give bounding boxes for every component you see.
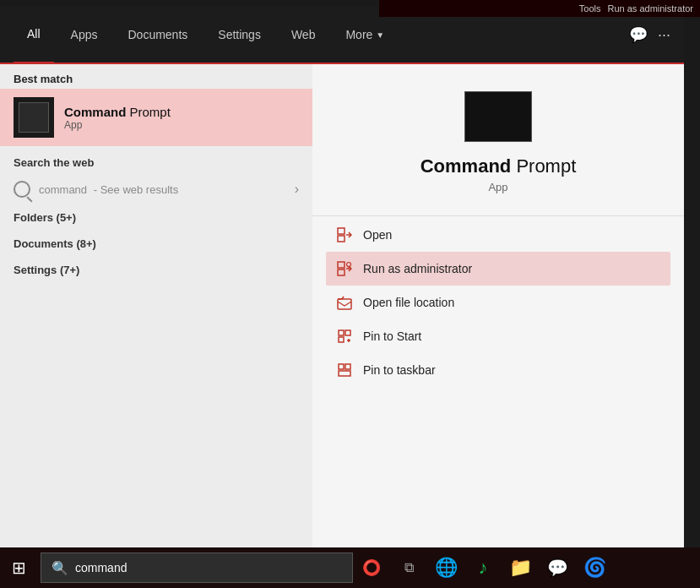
cortana-button[interactable]: ⭕ (353, 549, 390, 586)
task-view-button[interactable]: ⧉ (390, 549, 427, 586)
search-web-label: Search the web (0, 153, 312, 174)
app-preview-title: Command Prompt (421, 155, 577, 177)
top-bar-admin: Run as administrator (608, 3, 694, 14)
tab-settings[interactable]: Settings (204, 6, 274, 63)
left-panel: Best match Command Prompt App Search the… (0, 64, 312, 547)
chevron-right-icon: › (295, 182, 299, 197)
svg-rect-4 (338, 270, 345, 275)
svg-rect-3 (338, 262, 345, 268)
main-content: Best match Command Prompt App Search the… (0, 64, 684, 547)
svg-rect-18 (339, 371, 350, 376)
best-match-item[interactable]: Command Prompt App (0, 89, 312, 146)
app-preview-icon (464, 91, 532, 142)
taskbar-discord-icon[interactable]: 💬 (539, 549, 576, 586)
run-as-admin-label: Run as administrator (363, 262, 472, 275)
pin-to-taskbar-label: Pin to taskbar (363, 363, 436, 377)
folders-section[interactable]: Folders (5+) (0, 204, 312, 231)
svg-rect-17 (345, 364, 350, 369)
svg-rect-0 (338, 228, 345, 234)
taskbar-chrome-icon[interactable]: 🌐 (427, 549, 464, 586)
tab-documents[interactable]: Documents (114, 6, 201, 63)
feedback-icon[interactable]: 💬 (629, 25, 648, 44)
action-pin-to-start[interactable]: Pin to Start (326, 319, 670, 353)
tab-all[interactable]: All (14, 6, 54, 63)
search-web-section: Search the web command - See web results… (0, 146, 312, 204)
svg-rect-12 (345, 330, 350, 335)
open-icon (336, 226, 353, 243)
svg-rect-11 (339, 330, 344, 335)
action-pin-to-taskbar[interactable]: Pin to taskbar (326, 353, 670, 387)
location-icon (336, 294, 353, 311)
divider (312, 215, 684, 216)
tab-web[interactable]: Web (278, 6, 329, 63)
svg-point-6 (347, 263, 351, 267)
start-menu: All Apps Documents Settings Web More ▼ 💬… (0, 7, 684, 547)
action-run-as-admin[interactable]: Run as administrator (326, 252, 670, 286)
svg-rect-16 (339, 364, 344, 369)
documents-section[interactable]: Documents (8+) (0, 231, 312, 257)
taskbar-search-text: command (75, 561, 127, 574)
best-match-title: Command Prompt (64, 105, 171, 119)
chevron-down-icon: ▼ (376, 30, 384, 40)
top-bar-text: Tools (579, 3, 601, 14)
open-label: Open (363, 228, 392, 242)
svg-rect-1 (338, 236, 345, 242)
best-match-text: Command Prompt App (64, 105, 171, 131)
open-file-location-label: Open file location (363, 296, 454, 309)
app-preview-subtitle: App (488, 181, 507, 193)
search-web-text: command - See web results (39, 183, 286, 196)
best-match-header: Best match (0, 64, 312, 89)
taskbar: ⊞ 🔍 command ⭕ ⧉ 🌐 ♪ 📁 💬 🌀 (0, 547, 700, 588)
top-title-bar: Tools Run as administrator (379, 0, 700, 17)
admin-icon (336, 260, 353, 277)
pin-taskbar-icon (336, 362, 353, 378)
action-open[interactable]: Open (326, 218, 670, 252)
right-panel: Command Prompt App Open (312, 64, 684, 547)
settings-section[interactable]: Settings (7+) (0, 257, 312, 283)
nav-right-icons: 💬 ··· (629, 25, 670, 44)
tab-apps[interactable]: Apps (57, 6, 111, 63)
svg-rect-13 (339, 337, 344, 342)
pin-start-icon (336, 328, 353, 345)
action-list: Open Run as administrato (312, 218, 684, 387)
taskbar-spotify-icon[interactable]: ♪ (464, 549, 502, 586)
taskbar-edge-icon[interactable]: 🌀 (576, 549, 613, 586)
best-match-subtitle: App (64, 119, 171, 131)
svg-rect-8 (338, 299, 351, 309)
search-icon (14, 181, 30, 198)
cmd-app-icon (14, 97, 54, 138)
taskbar-search-bar[interactable]: 🔍 command (41, 553, 353, 583)
taskbar-search-icon: 🔍 (52, 560, 68, 576)
cmd-icon-inner (19, 102, 49, 133)
taskbar-files-icon[interactable]: 📁 (502, 549, 539, 586)
pin-to-start-label: Pin to Start (363, 329, 421, 343)
search-web-item[interactable]: command - See web results › (0, 174, 312, 204)
start-button[interactable]: ⊞ (0, 549, 37, 586)
more-options-icon[interactable]: ··· (658, 26, 670, 44)
action-open-file-location[interactable]: Open file location (326, 286, 670, 319)
